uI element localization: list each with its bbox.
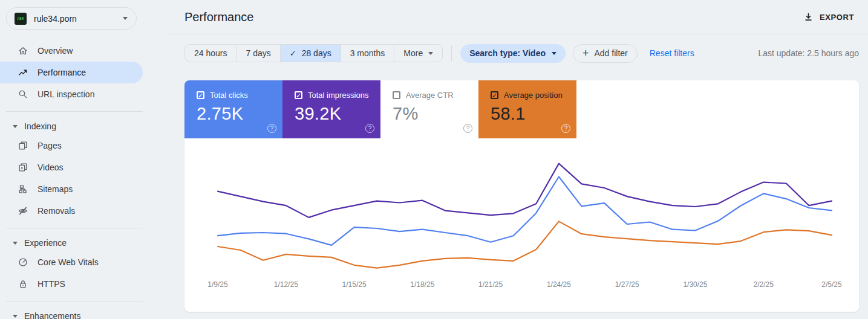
section-label: Enhancements — [24, 311, 80, 319]
x-axis-tick-label: 1/27/25 — [615, 280, 639, 289]
chart-line-impressions — [218, 164, 832, 218]
search-type-filter[interactable]: Search type: Video — [460, 44, 566, 63]
export-button[interactable]: EXPORT — [798, 8, 859, 26]
performance-chart[interactable]: 1/9/251/12/251/15/251/18/251/21/251/24/2… — [184, 138, 859, 289]
sidebar-item-sitemaps[interactable]: Sitemaps — [0, 178, 143, 200]
sidebar: r34 rule34.porn Overview Performance — [0, 0, 143, 319]
sidebar-item-overview[interactable]: Overview — [0, 40, 143, 62]
search-icon — [18, 89, 28, 100]
x-axis-tick-label: 1/18/25 — [410, 280, 434, 289]
chevron-down-icon — [13, 242, 18, 245]
metric-value: 7% — [393, 104, 478, 124]
performance-card: ✓ Total clicks 2.75K ? ✓ Total impressio… — [184, 80, 859, 312]
eye-off-icon — [18, 205, 28, 216]
sidebar-section-indexing[interactable]: Indexing — [0, 118, 143, 135]
chart-area: 1/9/251/12/251/15/251/18/251/21/251/24/2… — [184, 138, 859, 289]
download-icon — [803, 12, 814, 22]
section-label: Experience — [24, 238, 67, 248]
checkbox-unchecked-icon[interactable] — [393, 91, 400, 99]
sidebar-divider — [6, 301, 143, 301]
metric-total-impressions[interactable]: ✓ Total impressions 39.2K ? — [282, 80, 380, 138]
last-update-text: Last update: 2.5 hours ago — [758, 48, 859, 58]
metric-value: 2.75K — [197, 104, 282, 124]
plus-icon: + — [582, 47, 589, 60]
x-axis-tick-label: 2/2/25 — [754, 280, 774, 289]
metric-average-position[interactable]: ✓ Average position 58.1 ? — [478, 80, 576, 138]
sidebar-section-experience[interactable]: Experience — [0, 234, 143, 251]
add-filter-button[interactable]: + Add filter — [573, 44, 638, 63]
sidebar-divider — [6, 111, 143, 112]
reset-filters-link[interactable]: Reset filters — [650, 48, 694, 58]
chevron-down-icon — [552, 52, 556, 55]
sidebar-item-label: Overview — [38, 46, 73, 56]
metric-label: Average CTR — [406, 91, 454, 100]
x-axis-tick-label: 2/5/25 — [821, 280, 842, 289]
filter-divider — [451, 45, 452, 61]
x-axis-tick-label: 1/15/25 — [342, 280, 367, 289]
sidebar-item-label: URL inspection — [38, 89, 94, 99]
sidebar-item-videos[interactable]: Videos — [0, 156, 143, 178]
checkbox-checked-icon[interactable]: ✓ — [197, 91, 204, 99]
range-3-months[interactable]: 3 months — [341, 45, 394, 62]
metric-average-ctr[interactable]: Average CTR 7% ? — [380, 80, 478, 138]
x-axis-tick-label: 1/24/25 — [547, 280, 571, 289]
metric-label: Average position — [504, 91, 563, 100]
lock-icon — [18, 279, 28, 289]
speedometer-icon — [18, 257, 28, 268]
chart-line-position — [218, 221, 832, 268]
help-icon[interactable]: ? — [365, 124, 374, 133]
video-icon — [18, 162, 28, 173]
range-24-hours[interactable]: 24 hours — [185, 45, 236, 62]
checkbox-checked-icon[interactable]: ✓ — [295, 91, 302, 99]
sitemap-icon — [18, 184, 28, 195]
x-axis-tick-label: 1/21/25 — [478, 280, 503, 289]
help-icon[interactable]: ? — [463, 124, 472, 133]
sidebar-item-label: Removals — [38, 206, 75, 216]
sidebar-item-performance[interactable]: Performance — [0, 62, 143, 83]
metric-total-clicks[interactable]: ✓ Total clicks 2.75K ? — [184, 80, 282, 138]
chart-line-clicks — [218, 177, 832, 245]
metric-label: Total impressions — [308, 91, 368, 100]
sidebar-item-label: Performance — [38, 68, 86, 77]
home-icon — [18, 45, 28, 56]
sidebar-item-core-web-vitals[interactable]: Core Web Vitals — [0, 251, 143, 273]
sidebar-item-https[interactable]: HTTPS — [0, 273, 143, 295]
sidebar-item-pages[interactable]: Pages — [0, 135, 143, 156]
sidebar-item-label: Pages — [38, 141, 62, 150]
sidebar-divider — [6, 228, 143, 228]
sidebar-nav: Overview Performance URL inspection Inde… — [0, 40, 143, 319]
checkbox-checked-icon[interactable]: ✓ — [491, 91, 498, 99]
search-type-label: Search type: Video — [469, 48, 546, 58]
chevron-down-icon — [428, 52, 433, 55]
sidebar-item-label: Sitemaps — [38, 184, 73, 194]
x-axis-tick-label: 1/12/25 — [274, 280, 298, 289]
metric-value: 58.1 — [491, 104, 576, 124]
chevron-down-icon — [123, 17, 128, 20]
sidebar-item-label: Videos — [38, 163, 64, 172]
filter-bar: 24 hours 7 days 28 days 3 months More Se… — [184, 44, 859, 63]
section-label: Indexing — [24, 121, 56, 131]
help-icon[interactable]: ? — [561, 124, 570, 133]
sidebar-item-label: HTTPS — [38, 279, 65, 289]
more-label: More — [403, 48, 423, 58]
sidebar-item-url-inspection[interactable]: URL inspection — [0, 83, 143, 105]
property-name: rule34.porn — [34, 14, 123, 24]
x-axis-tick-label: 1/30/25 — [683, 280, 707, 289]
chevron-down-icon — [13, 125, 18, 128]
sidebar-item-removals[interactable]: Removals — [0, 200, 143, 222]
range-28-days[interactable]: 28 days — [280, 45, 341, 62]
x-axis-tick-label: 1/9/25 — [207, 280, 228, 289]
app: r34 rule34.porn Overview Performance — [0, 0, 868, 319]
main-content: Performance EXPORT 24 hours 7 days 28 da… — [143, 0, 868, 319]
property-selector[interactable]: r34 rule34.porn — [6, 7, 137, 30]
page-title: Performance — [184, 10, 254, 24]
metric-value: 39.2K — [295, 104, 380, 124]
help-icon[interactable]: ? — [267, 124, 276, 133]
export-label: EXPORT — [820, 13, 854, 22]
add-filter-label: Add filter — [595, 48, 628, 58]
page-header: Performance EXPORT — [169, 0, 868, 34]
sidebar-item-label: Core Web Vitals — [38, 257, 99, 267]
sidebar-section-enhancements[interactable]: Enhancements — [0, 308, 143, 319]
range-7-days[interactable]: 7 days — [236, 45, 279, 62]
range-more-dropdown[interactable]: More — [394, 45, 442, 62]
